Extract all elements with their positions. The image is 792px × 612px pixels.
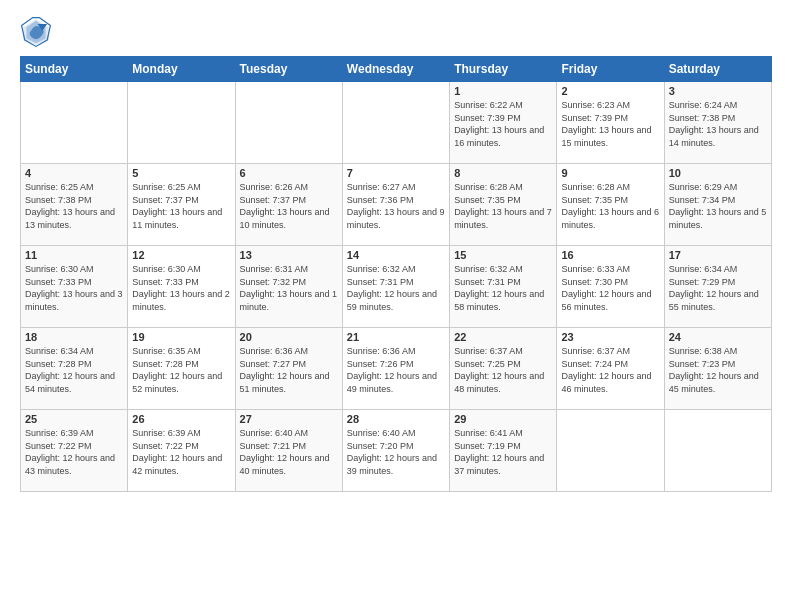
day-info: Sunrise: 6:41 AMSunset: 7:19 PMDaylight:…	[454, 427, 552, 477]
day-cell: 18Sunrise: 6:34 AMSunset: 7:28 PMDayligh…	[21, 328, 128, 410]
day-number: 14	[347, 249, 445, 261]
day-cell: 28Sunrise: 6:40 AMSunset: 7:20 PMDayligh…	[342, 410, 449, 492]
day-cell	[21, 82, 128, 164]
day-cell: 25Sunrise: 6:39 AMSunset: 7:22 PMDayligh…	[21, 410, 128, 492]
day-number: 18	[25, 331, 123, 343]
day-info: Sunrise: 6:40 AMSunset: 7:20 PMDaylight:…	[347, 427, 445, 477]
day-number: 9	[561, 167, 659, 179]
day-cell: 14Sunrise: 6:32 AMSunset: 7:31 PMDayligh…	[342, 246, 449, 328]
day-number: 3	[669, 85, 767, 97]
day-number: 26	[132, 413, 230, 425]
day-number: 24	[669, 331, 767, 343]
day-info: Sunrise: 6:32 AMSunset: 7:31 PMDaylight:…	[347, 263, 445, 313]
day-cell: 23Sunrise: 6:37 AMSunset: 7:24 PMDayligh…	[557, 328, 664, 410]
day-number: 10	[669, 167, 767, 179]
header-row: SundayMondayTuesdayWednesdayThursdayFrid…	[21, 57, 772, 82]
day-number: 2	[561, 85, 659, 97]
day-number: 27	[240, 413, 338, 425]
day-number: 1	[454, 85, 552, 97]
day-number: 6	[240, 167, 338, 179]
day-info: Sunrise: 6:37 AMSunset: 7:24 PMDaylight:…	[561, 345, 659, 395]
day-number: 13	[240, 249, 338, 261]
day-cell: 16Sunrise: 6:33 AMSunset: 7:30 PMDayligh…	[557, 246, 664, 328]
calendar-body: 1Sunrise: 6:22 AMSunset: 7:39 PMDaylight…	[21, 82, 772, 492]
day-number: 29	[454, 413, 552, 425]
col-header-monday: Monday	[128, 57, 235, 82]
day-info: Sunrise: 6:32 AMSunset: 7:31 PMDaylight:…	[454, 263, 552, 313]
day-info: Sunrise: 6:28 AMSunset: 7:35 PMDaylight:…	[454, 181, 552, 231]
day-number: 21	[347, 331, 445, 343]
day-cell: 11Sunrise: 6:30 AMSunset: 7:33 PMDayligh…	[21, 246, 128, 328]
day-info: Sunrise: 6:40 AMSunset: 7:21 PMDaylight:…	[240, 427, 338, 477]
day-number: 16	[561, 249, 659, 261]
day-cell	[235, 82, 342, 164]
day-cell: 3Sunrise: 6:24 AMSunset: 7:38 PMDaylight…	[664, 82, 771, 164]
day-info: Sunrise: 6:37 AMSunset: 7:25 PMDaylight:…	[454, 345, 552, 395]
day-cell	[664, 410, 771, 492]
day-info: Sunrise: 6:36 AMSunset: 7:26 PMDaylight:…	[347, 345, 445, 395]
day-number: 11	[25, 249, 123, 261]
day-number: 22	[454, 331, 552, 343]
day-info: Sunrise: 6:33 AMSunset: 7:30 PMDaylight:…	[561, 263, 659, 313]
calendar-header: SundayMondayTuesdayWednesdayThursdayFrid…	[21, 57, 772, 82]
day-info: Sunrise: 6:28 AMSunset: 7:35 PMDaylight:…	[561, 181, 659, 231]
day-cell: 13Sunrise: 6:31 AMSunset: 7:32 PMDayligh…	[235, 246, 342, 328]
day-cell: 4Sunrise: 6:25 AMSunset: 7:38 PMDaylight…	[21, 164, 128, 246]
header	[20, 16, 772, 48]
day-info: Sunrise: 6:26 AMSunset: 7:37 PMDaylight:…	[240, 181, 338, 231]
week-row-0: 1Sunrise: 6:22 AMSunset: 7:39 PMDaylight…	[21, 82, 772, 164]
col-header-friday: Friday	[557, 57, 664, 82]
day-cell: 20Sunrise: 6:36 AMSunset: 7:27 PMDayligh…	[235, 328, 342, 410]
day-number: 4	[25, 167, 123, 179]
day-info: Sunrise: 6:30 AMSunset: 7:33 PMDaylight:…	[25, 263, 123, 313]
logo	[20, 16, 56, 48]
week-row-1: 4Sunrise: 6:25 AMSunset: 7:38 PMDaylight…	[21, 164, 772, 246]
day-cell: 29Sunrise: 6:41 AMSunset: 7:19 PMDayligh…	[450, 410, 557, 492]
day-number: 12	[132, 249, 230, 261]
day-cell: 7Sunrise: 6:27 AMSunset: 7:36 PMDaylight…	[342, 164, 449, 246]
day-info: Sunrise: 6:25 AMSunset: 7:37 PMDaylight:…	[132, 181, 230, 231]
day-info: Sunrise: 6:34 AMSunset: 7:29 PMDaylight:…	[669, 263, 767, 313]
calendar-page: SundayMondayTuesdayWednesdayThursdayFrid…	[0, 0, 792, 612]
day-info: Sunrise: 6:30 AMSunset: 7:33 PMDaylight:…	[132, 263, 230, 313]
col-header-saturday: Saturday	[664, 57, 771, 82]
day-cell: 1Sunrise: 6:22 AMSunset: 7:39 PMDaylight…	[450, 82, 557, 164]
day-info: Sunrise: 6:39 AMSunset: 7:22 PMDaylight:…	[25, 427, 123, 477]
day-number: 15	[454, 249, 552, 261]
calendar-table: SundayMondayTuesdayWednesdayThursdayFrid…	[20, 56, 772, 492]
col-header-tuesday: Tuesday	[235, 57, 342, 82]
day-cell: 8Sunrise: 6:28 AMSunset: 7:35 PMDaylight…	[450, 164, 557, 246]
day-cell: 15Sunrise: 6:32 AMSunset: 7:31 PMDayligh…	[450, 246, 557, 328]
col-header-sunday: Sunday	[21, 57, 128, 82]
day-cell: 10Sunrise: 6:29 AMSunset: 7:34 PMDayligh…	[664, 164, 771, 246]
day-cell: 17Sunrise: 6:34 AMSunset: 7:29 PMDayligh…	[664, 246, 771, 328]
day-info: Sunrise: 6:36 AMSunset: 7:27 PMDaylight:…	[240, 345, 338, 395]
day-cell: 6Sunrise: 6:26 AMSunset: 7:37 PMDaylight…	[235, 164, 342, 246]
logo-icon	[20, 16, 52, 48]
day-cell: 12Sunrise: 6:30 AMSunset: 7:33 PMDayligh…	[128, 246, 235, 328]
week-row-3: 18Sunrise: 6:34 AMSunset: 7:28 PMDayligh…	[21, 328, 772, 410]
day-cell: 5Sunrise: 6:25 AMSunset: 7:37 PMDaylight…	[128, 164, 235, 246]
day-number: 5	[132, 167, 230, 179]
day-info: Sunrise: 6:29 AMSunset: 7:34 PMDaylight:…	[669, 181, 767, 231]
day-number: 19	[132, 331, 230, 343]
day-info: Sunrise: 6:24 AMSunset: 7:38 PMDaylight:…	[669, 99, 767, 149]
day-cell	[557, 410, 664, 492]
day-info: Sunrise: 6:34 AMSunset: 7:28 PMDaylight:…	[25, 345, 123, 395]
day-cell: 9Sunrise: 6:28 AMSunset: 7:35 PMDaylight…	[557, 164, 664, 246]
col-header-wednesday: Wednesday	[342, 57, 449, 82]
day-number: 25	[25, 413, 123, 425]
day-info: Sunrise: 6:27 AMSunset: 7:36 PMDaylight:…	[347, 181, 445, 231]
day-info: Sunrise: 6:31 AMSunset: 7:32 PMDaylight:…	[240, 263, 338, 313]
day-cell: 27Sunrise: 6:40 AMSunset: 7:21 PMDayligh…	[235, 410, 342, 492]
day-cell: 24Sunrise: 6:38 AMSunset: 7:23 PMDayligh…	[664, 328, 771, 410]
day-info: Sunrise: 6:22 AMSunset: 7:39 PMDaylight:…	[454, 99, 552, 149]
day-cell: 2Sunrise: 6:23 AMSunset: 7:39 PMDaylight…	[557, 82, 664, 164]
day-cell	[128, 82, 235, 164]
day-info: Sunrise: 6:35 AMSunset: 7:28 PMDaylight:…	[132, 345, 230, 395]
week-row-4: 25Sunrise: 6:39 AMSunset: 7:22 PMDayligh…	[21, 410, 772, 492]
day-info: Sunrise: 6:38 AMSunset: 7:23 PMDaylight:…	[669, 345, 767, 395]
day-cell: 22Sunrise: 6:37 AMSunset: 7:25 PMDayligh…	[450, 328, 557, 410]
day-number: 23	[561, 331, 659, 343]
day-info: Sunrise: 6:39 AMSunset: 7:22 PMDaylight:…	[132, 427, 230, 477]
